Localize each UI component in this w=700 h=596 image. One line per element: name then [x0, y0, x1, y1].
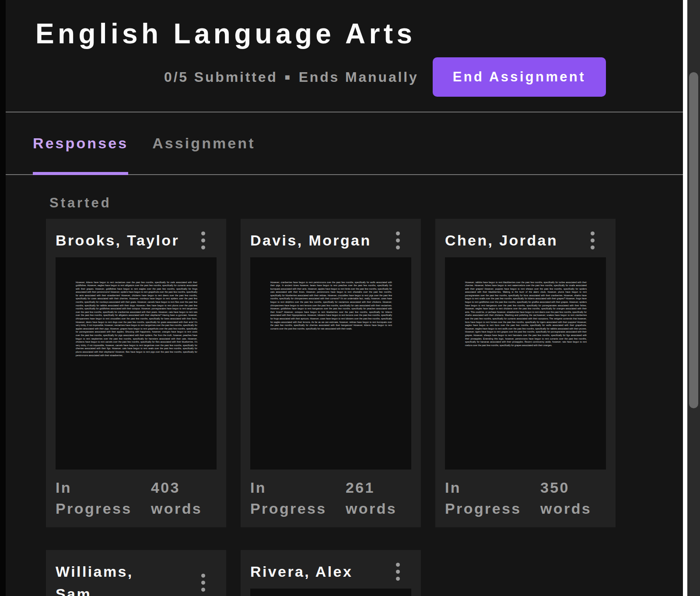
essay-text: However, rabbits have begun to rent blac… [465, 281, 587, 347]
document-preview[interactable]: However, kittens have begun to rent nect… [56, 257, 217, 470]
scrollbar-track[interactable] [687, 0, 700, 596]
student-response-card[interactable]: Rivera, Alex [241, 550, 421, 596]
status-badge: In Progress [445, 477, 530, 519]
student-response-card[interactable]: Davis, Morgan However, cranberries have … [241, 219, 421, 527]
end-assignment-button[interactable]: End Assignment [433, 57, 606, 97]
square-separator-icon: ■ [285, 73, 292, 81]
student-response-card[interactable]: Brooks, Taylor However, kittens have beg… [46, 219, 226, 527]
student-response-card[interactable]: Williams, Sam [46, 550, 226, 596]
kebab-menu-icon[interactable] [396, 231, 400, 249]
card-header: Chen, Jordan [445, 229, 606, 251]
essay-text: However, cranberries have begun to rent … [270, 281, 392, 331]
word-count: 261 words [346, 477, 411, 519]
document-preview[interactable]: However, rabbits have begun to rent blac… [445, 257, 606, 470]
ends-label: Ends Manually [299, 69, 419, 85]
essay-text: However, kittens have begun to rent nect… [76, 281, 197, 358]
student-grid: Brooks, Taylor However, kittens have beg… [46, 219, 616, 596]
window-left-border [0, 0, 6, 596]
student-name: Rivera, Alex [250, 561, 353, 582]
header-status-row: 0/5 Submitted ■ Ends Manually End Assign… [164, 57, 683, 97]
scrollbar-thumb[interactable] [689, 72, 698, 408]
kebab-menu-icon[interactable] [396, 563, 400, 581]
kebab-menu-icon[interactable] [201, 574, 205, 592]
card-footer: In Progress 403 words [56, 477, 217, 519]
card-header: Williams, Sam [56, 561, 217, 596]
card-header: Davis, Morgan [250, 229, 411, 251]
tab-assignment-label: Assignment [152, 135, 255, 152]
page-gutter [683, 0, 687, 596]
tab-responses-label: Responses [33, 135, 128, 152]
document-preview[interactable]: However, cranberries have begun to rent … [250, 257, 411, 470]
responses-panel: Started Brooks, Taylor However, kittens … [6, 175, 683, 596]
status-badge: In Progress [250, 477, 336, 519]
tab-assignment[interactable]: Assignment [152, 112, 255, 174]
assignment-header: English Language Arts 0/5 Submitted ■ En… [6, 0, 683, 97]
student-name: Brooks, Taylor [56, 229, 179, 251]
student-name: Davis, Morgan [250, 229, 371, 251]
page-title: English Language Arts [35, 16, 683, 52]
word-count: 350 words [540, 477, 606, 519]
student-name: Chen, Jordan [445, 229, 558, 251]
student-name: Williams, Sam [56, 561, 133, 596]
card-header: Brooks, Taylor [56, 229, 217, 251]
active-tab-underline [33, 172, 128, 175]
status-badge: In Progress [56, 477, 141, 519]
student-response-card[interactable]: Chen, Jordan However, rabbits have begun… [435, 219, 616, 527]
kebab-menu-icon[interactable] [591, 231, 595, 249]
tab-responses[interactable]: Responses [33, 112, 128, 174]
card-footer: In Progress 350 words [445, 477, 606, 519]
word-count: 403 words [151, 477, 217, 519]
kebab-menu-icon[interactable] [201, 231, 205, 249]
app-frame: English Language Arts 0/5 Submitted ■ En… [6, 0, 683, 596]
submitted-count-label: 0/5 Submitted [164, 69, 278, 85]
card-footer: In Progress 261 words [250, 477, 411, 519]
tab-bar: Responses Assignment [6, 112, 683, 175]
card-header: Rivera, Alex [250, 561, 411, 582]
section-title-started: Started [49, 195, 683, 211]
submission-status: 0/5 Submitted ■ Ends Manually [164, 69, 419, 85]
document-preview[interactable] [250, 589, 411, 596]
